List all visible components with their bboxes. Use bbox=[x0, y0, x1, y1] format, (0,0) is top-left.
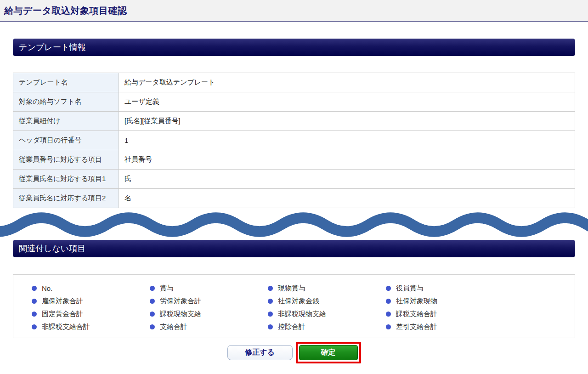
list-item: 差引支給合計 bbox=[386, 320, 504, 333]
table-row: 従業員紐付け [氏名][従業員番号] bbox=[13, 112, 575, 131]
template-info-table: テンプレート名 給与データ取込テンプレート 対象の給与ソフト名 ユーザ定義 従業… bbox=[13, 73, 575, 208]
list-item-label: 現物賞与 bbox=[278, 284, 305, 293]
list-item-label: 社保対象現物 bbox=[396, 297, 437, 306]
list-item: 控除合計 bbox=[268, 320, 386, 333]
bullet-icon bbox=[150, 312, 155, 317]
bullet-icon bbox=[386, 299, 391, 304]
row-label: ヘッダ項目の行番号 bbox=[13, 131, 119, 150]
section-title: 関連付しない項目 bbox=[19, 243, 85, 254]
row-value: 1 bbox=[119, 131, 575, 150]
list-item: 課税支給合計 bbox=[386, 307, 504, 320]
row-value: 名 bbox=[119, 189, 575, 208]
table-row: ヘッダ項目の行番号 1 bbox=[13, 131, 575, 150]
section-header-unlinked-items: 関連付しない項目 bbox=[13, 240, 575, 257]
row-label: 従業員紐付け bbox=[13, 112, 119, 131]
list-item-label: 役員賞与 bbox=[396, 284, 424, 293]
list-item: 労保対象合計 bbox=[150, 295, 268, 307]
bullet-icon bbox=[268, 324, 273, 329]
bullet-icon bbox=[386, 324, 391, 329]
list-item-label: 課税支給合計 bbox=[396, 310, 437, 318]
row-label: テンプレート名 bbox=[13, 73, 119, 92]
page-header: 給与データ取込対象項目確認 bbox=[0, 0, 588, 22]
bullet-icon bbox=[386, 312, 391, 317]
row-value: 氏 bbox=[119, 170, 575, 189]
bullet-icon bbox=[268, 286, 273, 291]
list-item: 課税現物支給 bbox=[150, 307, 268, 320]
row-value: [氏名][従業員番号] bbox=[119, 112, 575, 131]
list-item-label: 支給合計 bbox=[160, 323, 187, 331]
confirm-button[interactable]: 確定 bbox=[299, 345, 358, 360]
bullet-icon bbox=[32, 299, 37, 304]
list-item: 社保対象現物 bbox=[386, 295, 504, 307]
row-value: ユーザ定義 bbox=[119, 92, 575, 112]
list-item: 社保対象金銭 bbox=[268, 295, 386, 307]
list-item-label: 非課税支給合計 bbox=[42, 323, 90, 331]
list-item-label: 雇保対象合計 bbox=[42, 297, 83, 306]
row-value: 社員番号 bbox=[119, 150, 575, 170]
list-item-label: 賞与 bbox=[160, 284, 174, 293]
bullet-icon bbox=[268, 299, 273, 304]
list-item-label: 労保対象合計 bbox=[160, 297, 201, 306]
table-row: 対象の給与ソフト名 ユーザ定義 bbox=[13, 92, 575, 112]
bullet-icon bbox=[386, 286, 391, 291]
wave-divider bbox=[0, 210, 588, 240]
bullet-icon bbox=[150, 299, 155, 304]
list-item-label: No. bbox=[42, 284, 52, 292]
wave-divider-icon bbox=[0, 210, 588, 240]
list-item: 支給合計 bbox=[150, 320, 268, 333]
bullet-icon bbox=[32, 312, 37, 317]
list-item: No. bbox=[32, 282, 150, 295]
list-item: 役員賞与 bbox=[386, 282, 504, 295]
bullet-icon bbox=[268, 312, 273, 317]
list-item-label: 差引支給合計 bbox=[396, 323, 437, 331]
section-title: テンプレート情報 bbox=[19, 42, 86, 53]
section-header-template-info: テンプレート情報 bbox=[13, 39, 575, 56]
row-label: 従業員番号に対応する項目 bbox=[13, 150, 119, 170]
list-item-label: 課税現物支給 bbox=[160, 310, 201, 318]
highlight-red-frame: 確定 bbox=[296, 342, 361, 363]
unlinked-items-panel: No. 賞与 現物賞与 役員賞与 雇保対象合計 労保対象合計 社保対象金銭 社保… bbox=[13, 274, 575, 338]
bullet-icon bbox=[32, 286, 37, 291]
actions-row: 修正する 確定 bbox=[0, 342, 588, 363]
list-item: 現物賞与 bbox=[268, 282, 386, 295]
list-item: 非課税支給合計 bbox=[32, 320, 150, 333]
row-label: 従業員氏名に対応する項目2 bbox=[13, 189, 119, 208]
modify-button[interactable]: 修正する bbox=[227, 345, 293, 360]
list-item-label: 非課税現物支給 bbox=[278, 310, 326, 318]
row-label: 従業員氏名に対応する項目1 bbox=[13, 170, 119, 189]
list-item: 雇保対象合計 bbox=[32, 295, 150, 307]
list-item: 固定賃金合計 bbox=[32, 307, 150, 320]
bullet-icon bbox=[150, 324, 155, 329]
list-item-label: 社保対象金銭 bbox=[278, 297, 319, 306]
list-item: 非課税現物支給 bbox=[268, 307, 386, 320]
table-row: テンプレート名 給与データ取込テンプレート bbox=[13, 73, 575, 92]
row-value: 給与データ取込テンプレート bbox=[119, 73, 575, 92]
bullet-icon bbox=[32, 324, 37, 329]
page-title: 給与データ取込対象項目確認 bbox=[4, 5, 127, 17]
table-row: 従業員番号に対応する項目 社員番号 bbox=[13, 150, 575, 170]
table-row: 従業員氏名に対応する項目2 名 bbox=[13, 189, 575, 208]
bullet-icon bbox=[150, 286, 155, 291]
row-label: 対象の給与ソフト名 bbox=[13, 92, 119, 112]
list-item: 賞与 bbox=[150, 282, 268, 295]
list-item-label: 控除合計 bbox=[278, 323, 305, 331]
table-row: 従業員氏名に対応する項目1 氏 bbox=[13, 170, 575, 189]
list-item-label: 固定賃金合計 bbox=[42, 310, 83, 318]
